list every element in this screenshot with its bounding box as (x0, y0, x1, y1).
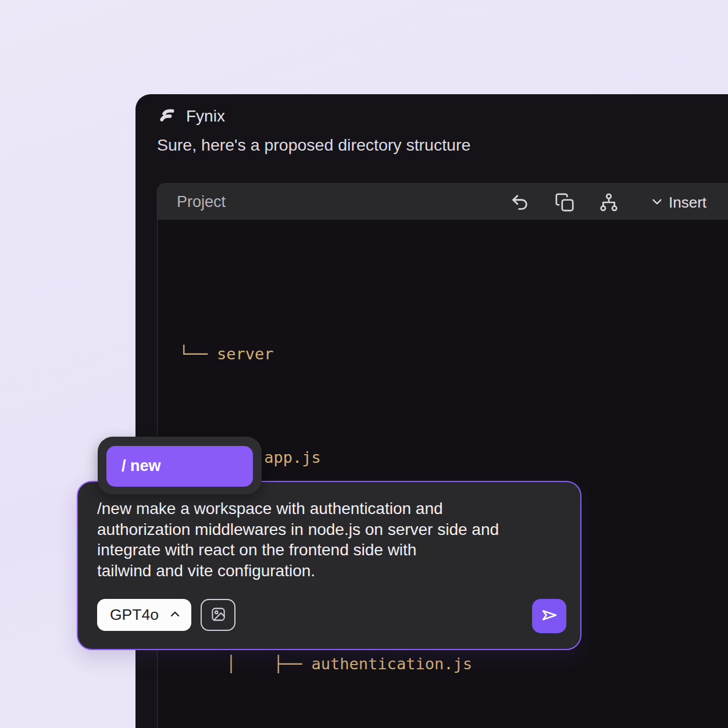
insert-label: Insert (669, 194, 706, 212)
chat-input-line: /new make a workspace with authenticatio… (97, 498, 499, 519)
tree-row: │ ├── authentication.js (179, 651, 491, 677)
copy-icon (555, 192, 574, 212)
chat-input-line: tailwind and vite configuration. (97, 561, 499, 581)
tree-row: └── server (179, 341, 491, 367)
code-block-header: Project (158, 184, 728, 220)
hierarchy-icon (599, 192, 619, 212)
insert-button[interactable]: Insert (650, 191, 706, 213)
hierarchy-button[interactable] (598, 191, 620, 213)
undo-button[interactable] (509, 191, 531, 213)
chevron-up-icon (168, 607, 182, 623)
tree-item-name: server (217, 345, 274, 363)
tree-prefix: │ ├── (179, 655, 312, 673)
code-block-title: Project (177, 193, 226, 211)
send-button[interactable] (532, 599, 566, 633)
chevron-down-icon (650, 194, 665, 211)
attach-image-button[interactable] (201, 599, 235, 631)
assistant-message: Sure, here's a proposed directory struct… (157, 135, 470, 155)
chat-input-box[interactable]: /new make a workspace with authenticatio… (77, 481, 581, 650)
undo-icon (510, 192, 530, 212)
chat-input-text[interactable]: /new make a workspace with authenticatio… (97, 498, 499, 581)
image-icon (210, 606, 226, 624)
fynix-logo-icon (157, 107, 177, 127)
assistant-name: Fynix (186, 106, 225, 126)
command-toast: / new (98, 437, 262, 494)
command-pill-label: / new (122, 446, 161, 486)
tree-item-name: authentication.js (312, 655, 472, 673)
send-icon (540, 606, 559, 626)
model-selector-label: GPT4o (110, 606, 159, 624)
tree-item-name: app.js (264, 448, 321, 466)
tree-prefix: └── (179, 345, 217, 363)
chat-input-line: integrate with react on the frontend sid… (97, 540, 499, 561)
command-pill[interactable]: / new (106, 446, 253, 487)
desktop-background: Fynix Sure, here's a proposed directory … (0, 0, 728, 728)
copy-button[interactable] (554, 191, 576, 213)
model-selector-button[interactable]: GPT4o (97, 599, 191, 631)
chat-input-line: authorization middlewares in node.js on … (97, 519, 499, 540)
